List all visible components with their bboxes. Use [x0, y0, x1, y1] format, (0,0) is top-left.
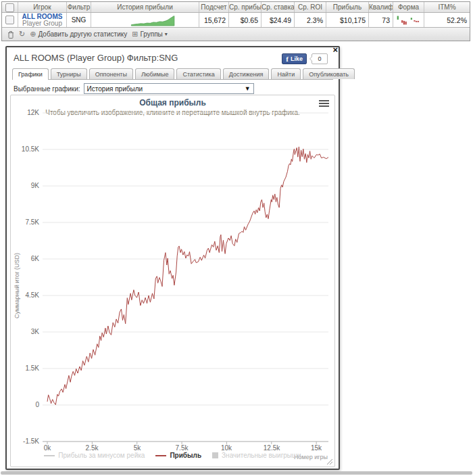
chevron-down-icon: ▾	[165, 31, 168, 37]
resize-grip[interactable]	[326, 458, 333, 465]
form-mini-chart	[395, 15, 423, 26]
chart-legend: Прибыль за минусом рейкаПрибыльЗначитель…	[11, 452, 334, 459]
itm-cell: 52.2%	[424, 13, 470, 27]
column-header-itm[interactable]: ITM%	[424, 2, 470, 12]
x-tick-label: 10k	[211, 444, 241, 452]
facebook-icon: f	[286, 55, 289, 62]
y-tick-label: 4.5K	[15, 291, 39, 299]
profit-history-sparkline	[91, 14, 199, 27]
tab-opponents[interactable]: Оппоненты	[89, 68, 133, 79]
x-tick-label: 15k	[301, 444, 331, 452]
x-tick-label: 7.5k	[167, 444, 197, 452]
add-statistic-label: Добавить другую статистику	[38, 30, 127, 38]
x-tick-label: 0k	[32, 444, 62, 452]
x-tick-label: 5k	[122, 444, 152, 452]
add-statistic-icon: ⊕	[30, 30, 36, 38]
row-select-cell	[2, 13, 18, 27]
form-cell	[393, 13, 424, 27]
select-all-checkbox[interactable]	[5, 3, 14, 12]
tab-charts[interactable]: Графики	[12, 68, 49, 80]
y-tick-label: 12K	[15, 109, 39, 116]
column-header-profit-history[interactable]: История прибыли	[91, 2, 199, 12]
x-tick-label: 2.5k	[77, 444, 107, 452]
column-header-count[interactable]: Подсчет	[199, 2, 229, 12]
facebook-like-widget: f Like 0	[282, 53, 328, 64]
legend-symbol	[155, 455, 166, 456]
count-cell: 15,672	[199, 13, 229, 27]
legend-symbol	[44, 455, 55, 456]
y-tick-label: 10.5K	[15, 145, 39, 153]
avg-roi-cell: 2.3%	[295, 13, 326, 27]
trash-icon[interactable]	[7, 30, 14, 39]
header-select-all[interactable]	[2, 2, 18, 12]
tab-statistics[interactable]: Статистика	[176, 68, 220, 79]
column-header-qualify[interactable]: Квалифи	[369, 2, 393, 12]
profit-history-cell	[91, 13, 199, 27]
chart-panel: Общая прибыль Чтобы увеличить изображени…	[10, 95, 335, 467]
avg-stake-cell: $24.49	[262, 13, 295, 27]
select-arrow-icon: ▼	[245, 85, 251, 92]
player-link[interactable]: ALL ROOMS	[22, 14, 63, 20]
y-tick-label: 0	[15, 401, 39, 408]
y-tick-label: 1.5K	[15, 364, 39, 372]
chart-type-value: История прибыли	[87, 85, 143, 93]
column-header-avg-profit[interactable]: Ср. прибыл	[229, 2, 262, 12]
profit-cell: $10,175	[326, 13, 369, 27]
column-header-filter[interactable]: Фильтр	[67, 2, 91, 12]
add-statistic-button[interactable]: ⊕ Добавить другую статистику	[30, 30, 127, 38]
tab-publish[interactable]: Опубликовать	[303, 68, 355, 79]
column-header-avg-stake[interactable]: Ср. ставка	[262, 2, 295, 12]
chart-selector-row: Выбранные графики: История прибыли ▼	[14, 83, 254, 94]
facebook-like-button[interactable]: f Like	[282, 53, 307, 64]
y-tick-label: 9K	[15, 182, 39, 189]
table-footer: ↻ ⊕ Добавить другую статистику ⊞ Группы …	[2, 28, 470, 41]
popup-window: × ALL ROOMS (Player Group) Фильтр:SNG f …	[5, 46, 340, 470]
legend-item[interactable]: Прибыль	[155, 452, 201, 459]
qualify-cell: 73	[369, 13, 393, 27]
player-group-label: Player Group	[22, 20, 62, 27]
filter-cell: SNG	[67, 13, 91, 27]
like-label: Like	[291, 55, 303, 62]
groups-label: Группы	[140, 30, 162, 38]
like-count-badge: 0	[312, 53, 328, 64]
y-tick-label: 6K	[15, 255, 39, 262]
column-header-avg-roi[interactable]: Ср. ROI	[295, 2, 326, 12]
legend-symbol	[212, 452, 218, 458]
groups-button[interactable]: ⊞ Группы ▾	[132, 30, 168, 38]
table-row: ALL ROOMS Player Group SNG 15,672 $0.65 …	[2, 13, 470, 28]
close-icon[interactable]: ×	[332, 46, 338, 54]
y-tick-label: 7.5K	[15, 218, 39, 226]
popup-tabs: Графики Турниры Оппоненты Любимые игры С…	[12, 67, 333, 80]
bottom-divider	[1, 471, 472, 475]
row-checkbox[interactable]	[5, 16, 14, 24]
groups-icon: ⊞	[132, 30, 138, 38]
tab-achievements[interactable]: Достижения	[223, 68, 270, 79]
legend-item[interactable]: Значительные выигрыши	[212, 452, 301, 459]
table-header-row: Игрок Фильтр История прибыли Подсчет Ср.…	[2, 2, 470, 13]
stats-table: Игрок Фильтр История прибыли Подсчет Ср.…	[1, 1, 470, 41]
x-tick-label: 12.5k	[257, 444, 287, 452]
chart-type-select[interactable]: История прибыли ▼	[84, 83, 254, 94]
column-header-player[interactable]: Игрок	[18, 2, 67, 12]
chart-plot-area[interactable]	[11, 95, 335, 467]
legend-item[interactable]: Прибыль за минусом рейка	[44, 452, 145, 459]
tab-tournaments[interactable]: Турниры	[51, 68, 87, 79]
column-header-form[interactable]: Форма	[393, 2, 424, 12]
tab-favorite-games[interactable]: Любимые игры	[135, 68, 175, 79]
popup-title: ALL ROOMS (Player Group) Фильтр:SNG	[14, 53, 178, 63]
refresh-icon[interactable]: ↻	[19, 30, 25, 38]
column-header-profit[interactable]: Прибыль	[326, 2, 369, 12]
tab-find[interactable]: Найти	[271, 68, 301, 79]
avg-profit-cell: $0.65	[229, 13, 262, 27]
chart-selector-label: Выбранные графики:	[14, 85, 80, 93]
player-cell: ALL ROOMS Player Group	[18, 13, 67, 27]
y-tick-label: 3K	[15, 328, 39, 335]
